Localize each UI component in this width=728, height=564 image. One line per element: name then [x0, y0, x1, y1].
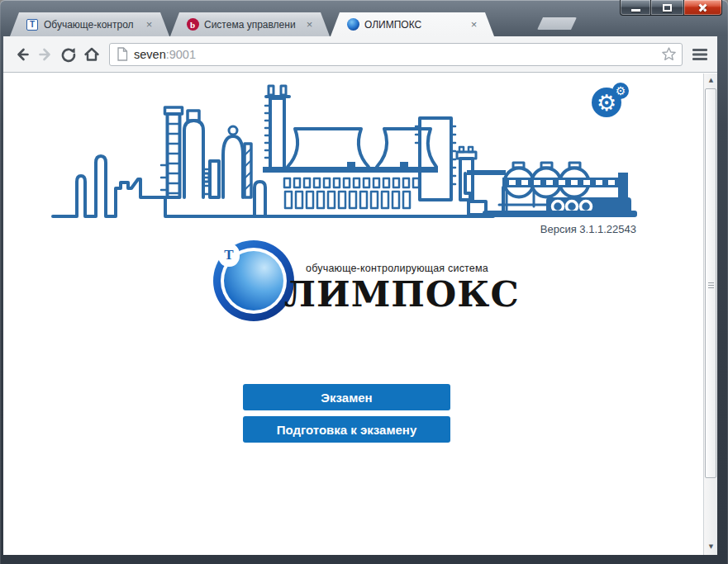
- tank-band-dashes: [509, 180, 615, 185]
- logo-tagline: обучающе-контролирующая система: [306, 263, 488, 274]
- storage-tanks: [467, 163, 637, 217]
- minimize-icon: [631, 9, 640, 12]
- browser-window: Т Обучающе-контрол × b Система управлени…: [0, 0, 728, 564]
- tab-favicon: b: [186, 18, 199, 31]
- tab-close-icon[interactable]: ×: [468, 18, 480, 31]
- scroll-up-button[interactable]: ▲: [704, 73, 718, 87]
- close-button[interactable]: [684, 0, 722, 16]
- maximize-button[interactable]: [651, 0, 684, 16]
- new-tab-button[interactable]: [537, 17, 577, 30]
- olimpoks-logo: Т обучающе-контролирующая система ЛИМПОК…: [213, 240, 486, 331]
- window-row-small: [284, 178, 419, 187]
- tab-sistema-upravleniya[interactable]: b Система управлени ×: [170, 12, 330, 36]
- page-icon: [117, 47, 128, 61]
- exam-button[interactable]: Экзамен: [243, 384, 450, 410]
- home-icon: [83, 46, 100, 63]
- distillation-columns: [161, 107, 265, 216]
- logo-t-badge: Т: [218, 244, 240, 267]
- scrollbar-thumb[interactable]: [705, 88, 716, 478]
- back-icon: [14, 46, 31, 63]
- forward-button[interactable]: [35, 44, 56, 65]
- close-icon: [697, 2, 708, 13]
- menu-button[interactable]: [689, 44, 711, 65]
- scrollbar-grip-icon: [708, 282, 714, 289]
- exam-preparation-button[interactable]: Подготовка к экзамену: [243, 416, 450, 443]
- tall-tower: [265, 86, 289, 168]
- reload-button[interactable]: [58, 44, 79, 65]
- settings-gears-button[interactable]: ⚙ ⚙: [592, 83, 635, 121]
- page-content: ⚙ ⚙ Версия 3.1.1.22543 Т обучающе-контро…: [3, 73, 717, 555]
- b-logo-icon: b: [187, 18, 199, 31]
- url-host-text: seven: [134, 48, 166, 61]
- tab-olimpoks-active[interactable]: ОЛИМПОКС ×: [331, 12, 494, 36]
- minimize-button[interactable]: [620, 0, 651, 16]
- cooling-towers: [263, 129, 438, 173]
- vertical-scrollbar[interactable]: ▲ ▼: [703, 73, 717, 555]
- scroll-down-button[interactable]: ▼: [704, 540, 718, 553]
- window-caption-buttons: [620, 0, 722, 17]
- process-block-and-chimney: [416, 118, 486, 215]
- address-bar[interactable]: seven:9001: [109, 43, 683, 66]
- url-port-text: :9001: [166, 48, 196, 61]
- tab-favicon: [346, 18, 359, 31]
- tab-title: ОЛИМПОКС: [364, 19, 464, 31]
- tab-close-icon[interactable]: ×: [143, 18, 155, 31]
- forward-icon: [37, 46, 54, 63]
- back-button[interactable]: [12, 44, 33, 65]
- olimpoks-circle-icon: [347, 18, 359, 31]
- tab-obuchayushche[interactable]: Т Обучающе-контрол ×: [10, 12, 169, 36]
- bookmark-star-icon[interactable]: [661, 46, 677, 62]
- reload-icon: [60, 46, 77, 63]
- version-label: Версия 3.1.1.22543: [433, 223, 636, 235]
- t-logo-icon: Т: [26, 19, 38, 31]
- small-gear-icon: ⚙: [612, 83, 629, 99]
- facade-windows: [284, 178, 419, 208]
- browser-toolbar: seven:9001: [3, 36, 717, 73]
- window-row-tall: [285, 192, 410, 208]
- home-button[interactable]: [81, 44, 102, 65]
- tab-close-icon[interactable]: ×: [303, 18, 316, 31]
- logo-wordmark: ЛИМПОКС: [284, 273, 520, 315]
- maximize-icon: [663, 4, 672, 12]
- factory-skyline-illustration: [50, 81, 640, 223]
- hamburger-menu-icon: [692, 47, 708, 62]
- tab-title: Обучающе-контрол: [44, 19, 140, 31]
- tab-title: Система управлени: [204, 19, 300, 31]
- tab-favicon: Т: [26, 18, 39, 31]
- left-chimneys: [53, 156, 493, 216]
